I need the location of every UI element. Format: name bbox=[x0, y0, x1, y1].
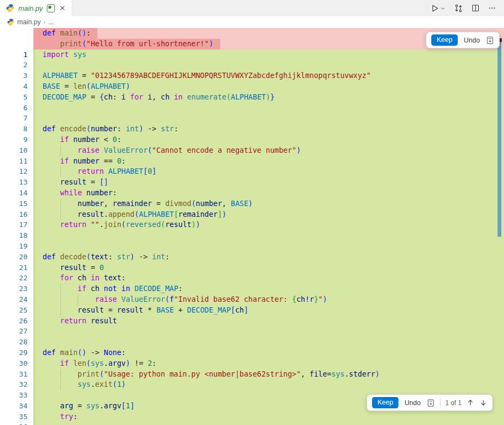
line-number[interactable]: 4 bbox=[0, 81, 33, 92]
run-dropdown-chevron-icon[interactable] bbox=[440, 5, 446, 11]
next-edit-icon[interactable] bbox=[479, 399, 487, 407]
code-line[interactable]: return result bbox=[33, 316, 504, 327]
line-number[interactable]: 23 bbox=[0, 284, 33, 294]
line-number[interactable]: 10 bbox=[0, 145, 33, 156]
scrollbar-slider[interactable] bbox=[498, 42, 501, 237]
code-line[interactable] bbox=[33, 326, 504, 337]
code-line[interactable] bbox=[33, 103, 504, 114]
code-row: 3ALPHABET = "0123456789ABCDEFGHIJKLMNOPQ… bbox=[0, 70, 504, 81]
code-line[interactable]: print("Usage: python main.py <number|bas… bbox=[33, 369, 504, 380]
code-line[interactable]: result = result * BASE + DECODE_MAP[ch] bbox=[33, 305, 504, 316]
line-number[interactable]: 6 bbox=[0, 103, 33, 114]
line-number[interactable]: 31 bbox=[0, 369, 33, 380]
code-row: 5DECODE_MAP = {ch: i for i, ch in enumer… bbox=[0, 92, 504, 103]
line-number[interactable]: 5 bbox=[0, 92, 33, 103]
line-number[interactable] bbox=[0, 39, 33, 49]
undo-button[interactable]: Undo bbox=[403, 398, 422, 408]
python-icon-small bbox=[7, 18, 15, 26]
breadcrumb-symbol[interactable]: ... bbox=[48, 18, 53, 26]
code-line[interactable]: if len(sys.argv) != 2: bbox=[33, 358, 504, 369]
code-row: 32 sys.exit(1) bbox=[0, 379, 504, 390]
line-number[interactable]: 8 bbox=[0, 124, 33, 134]
line-number[interactable]: 12 bbox=[0, 166, 33, 177]
code-line[interactable]: return "".join(reversed(result)) bbox=[33, 219, 504, 230]
line-number[interactable]: 9 bbox=[0, 134, 33, 145]
code-line[interactable]: raise ValueError(f"Invalid base62 charac… bbox=[33, 294, 504, 305]
line-number[interactable]: 16 bbox=[0, 209, 33, 220]
line-number[interactable]: 35 bbox=[0, 412, 33, 422]
code-line[interactable] bbox=[33, 337, 504, 348]
code-row: 14 while number: bbox=[0, 188, 504, 199]
run-python-file-icon[interactable] bbox=[430, 4, 439, 13]
add-file-to-chat-icon[interactable] bbox=[486, 36, 494, 45]
code-line[interactable] bbox=[33, 241, 504, 252]
code-line[interactable] bbox=[33, 230, 504, 241]
line-number[interactable]: 24 bbox=[0, 294, 33, 305]
breadcrumb-file[interactable]: main.py bbox=[17, 18, 41, 26]
tab-main-py[interactable]: main.py bbox=[0, 0, 72, 16]
open-changes-icon[interactable] bbox=[454, 4, 463, 13]
code-line[interactable]: result.append(ALPHABET[remainder]) bbox=[33, 209, 504, 220]
code-line[interactable] bbox=[33, 60, 504, 70]
add-file-to-chat-icon[interactable] bbox=[426, 399, 435, 407]
code-line[interactable]: for ch in text: bbox=[33, 273, 504, 284]
line-number[interactable]: 28 bbox=[0, 337, 33, 348]
code-line[interactable]: def encode(number: int) -> str: bbox=[33, 124, 504, 134]
code-line[interactable]: import sys bbox=[33, 49, 504, 60]
line-number[interactable]: 30 bbox=[0, 358, 33, 369]
undo-button[interactable]: Undo bbox=[463, 36, 481, 45]
code-row: 18 bbox=[0, 230, 504, 241]
line-number[interactable]: 7 bbox=[0, 113, 33, 124]
keep-button[interactable]: Keep bbox=[372, 397, 398, 408]
line-number[interactable]: 25 bbox=[0, 305, 33, 316]
code-line[interactable] bbox=[33, 113, 504, 124]
line-number[interactable]: 33 bbox=[0, 390, 33, 401]
line-number[interactable]: 34 bbox=[0, 401, 33, 412]
code-row: 10 raise ValueError("Cannot encode a neg… bbox=[0, 145, 504, 156]
line-number[interactable]: 22 bbox=[0, 273, 33, 284]
code-line[interactable]: result = 0 bbox=[33, 263, 504, 273]
close-tab-icon[interactable] bbox=[59, 4, 66, 12]
line-number[interactable]: 19 bbox=[0, 241, 33, 252]
line-number[interactable]: 26 bbox=[0, 316, 33, 327]
code-line[interactable]: def main() -> None: bbox=[33, 348, 504, 358]
code-line[interactable]: if ch not in DECODE_MAP: bbox=[33, 284, 504, 294]
previous-edit-icon[interactable] bbox=[466, 399, 474, 407]
line-number[interactable]: 27 bbox=[0, 326, 33, 337]
keep-button[interactable]: Keep bbox=[431, 34, 458, 46]
code-row: 28 bbox=[0, 337, 504, 348]
code-line[interactable]: while number: bbox=[33, 188, 504, 199]
split-editor-icon[interactable] bbox=[471, 4, 480, 12]
line-number[interactable]: 20 bbox=[0, 252, 33, 263]
line-number[interactable]: 36 bbox=[0, 422, 33, 425]
line-number[interactable]: 15 bbox=[0, 199, 33, 209]
line-number[interactable]: 32 bbox=[0, 379, 33, 390]
code-line[interactable]: DECODE_MAP = {ch: i for i, ch in enumera… bbox=[33, 92, 504, 103]
code-line[interactable]: result = [] bbox=[33, 177, 504, 188]
edit-counter: 1 of 1 bbox=[445, 399, 461, 407]
code-line[interactable] bbox=[33, 422, 504, 425]
line-number[interactable]: 3 bbox=[0, 70, 33, 81]
line-number[interactable]: 1 bbox=[0, 49, 33, 60]
line-number[interactable]: 18 bbox=[0, 230, 33, 241]
code-line[interactable]: try: bbox=[33, 412, 504, 422]
line-number[interactable]: 2 bbox=[0, 60, 33, 70]
code-line[interactable]: raise ValueError("Cannot encode a negati… bbox=[33, 145, 504, 156]
line-number[interactable]: 17 bbox=[0, 219, 33, 230]
code-line[interactable]: def decode(text: str) -> int: bbox=[33, 252, 504, 263]
code-line[interactable]: ALPHABET = "0123456789ABCDEFGHIJKLMNOPQR… bbox=[33, 70, 504, 81]
code-line[interactable]: return ALPHABET[0] bbox=[33, 166, 504, 177]
widget-separator bbox=[440, 399, 440, 407]
line-number[interactable]: 14 bbox=[0, 188, 33, 199]
line-number[interactable] bbox=[0, 28, 33, 39]
code-line[interactable]: if number < 0: bbox=[33, 134, 504, 145]
more-actions-icon[interactable] bbox=[488, 4, 496, 12]
code-line[interactable]: number, remainder = divmod(number, BASE) bbox=[33, 199, 504, 209]
line-number[interactable]: 11 bbox=[0, 156, 33, 167]
code-line[interactable]: if number == 0: bbox=[33, 156, 504, 167]
code-line[interactable]: BASE = len(ALPHABET) bbox=[33, 81, 504, 92]
code-line[interactable]: sys.exit(1) bbox=[33, 379, 504, 390]
line-number[interactable]: 13 bbox=[0, 177, 33, 188]
line-number[interactable]: 29 bbox=[0, 348, 33, 358]
line-number[interactable]: 21 bbox=[0, 263, 33, 273]
